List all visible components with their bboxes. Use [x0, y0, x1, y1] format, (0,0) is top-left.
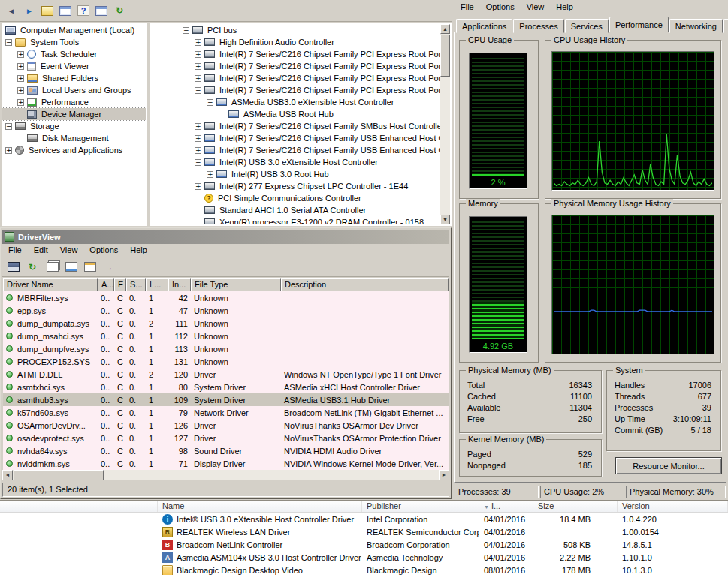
- expand-icon[interactable]: +: [17, 75, 24, 82]
- tab-services[interactable]: Services: [565, 19, 609, 33]
- tree-item-intel-r-7-series-c216-chipset-family-usb-enhanced-host-c[interactable]: +Intel(R) 7 Series/C216 Chipset Family U…: [151, 132, 440, 144]
- tree-item-pci-simple-communications-controller[interactable]: PCI Simple Communications Controller: [151, 192, 440, 204]
- tree-item-standard-ahci-1-0-serial-ata-controller[interactable]: Standard AHCI 1.0 Serial ATA Controller: [151, 204, 440, 216]
- collapse-icon[interactable]: −: [5, 123, 12, 130]
- driver-row-osadevprotect-sys[interactable]: osadevprotect.sys0..C0.1127DriverNoVirus…: [3, 432, 449, 444]
- expand-icon[interactable]: +: [5, 147, 12, 154]
- tree-item-intel-r-7-series-c216-chipset-family-pci-express-root-por[interactable]: +Intel(R) 7 Series/C216 Chipset Family P…: [151, 60, 440, 72]
- tree-item-shared-folders[interactable]: +Shared Folders: [2, 72, 146, 84]
- taskman-menu-view[interactable]: View: [521, 1, 551, 14]
- refresh-icon[interactable]: ↻: [26, 261, 38, 272]
- tree-item-intel-r-7-series-c216-chipset-family-smbus-host-controlle[interactable]: +Intel(R) 7 Series/C216 Chipset Family S…: [151, 120, 440, 132]
- collapse-icon[interactable]: −: [5, 39, 12, 46]
- column-header-name[interactable]: Name: [158, 501, 362, 512]
- tab-users[interactable]: Users: [723, 19, 728, 33]
- driver-row-nvlddmkm-sys[interactable]: nvlddmkm.sys0..C0.171Display DriverNVIDI…: [3, 457, 449, 470]
- tree-item-asmedia-usb-root-hub[interactable]: ASMedia USB Root Hub: [151, 108, 440, 120]
- collapse-icon[interactable]: −: [183, 27, 189, 34]
- driverview-titlebar[interactable]: DriverView: [2, 230, 449, 244]
- tree-item-task-scheduler[interactable]: +Task Scheduler: [2, 48, 146, 60]
- tree-item-system-tools[interactable]: −System Tools: [2, 36, 146, 48]
- driver-row-asmthub3-sys[interactable]: asmthub3.sys0..C0.1109System DriverASMed…: [3, 393, 449, 406]
- expand-icon[interactable]: +: [195, 39, 201, 46]
- save-icon[interactable]: [8, 262, 20, 272]
- tree-item-local-users-and-groups[interactable]: +Local Users and Groups: [2, 84, 146, 96]
- driverview-menu-file[interactable]: File: [2, 244, 28, 257]
- driver-row-asmtxhci-sys[interactable]: asmtxhci.sys0..C0.180System DriverASMedi…: [3, 381, 449, 393]
- expand-icon[interactable]: +: [17, 87, 24, 94]
- forward-icon[interactable]: ►: [23, 5, 35, 17]
- column-header-description[interactable]: Description: [281, 278, 449, 291]
- tree-item-disk-management[interactable]: Disk Management: [2, 132, 146, 144]
- driverview-menu-help[interactable]: Help: [124, 244, 153, 257]
- column-header-file-type[interactable]: File Type: [191, 278, 281, 291]
- program-row-broadcom-netlink-controller[interactable]: BBroadcom NetLink ControllerBroadcom Cor…: [0, 538, 728, 551]
- collapse-icon[interactable]: −: [195, 87, 201, 94]
- column-header-in[interactable]: In...: [168, 278, 191, 291]
- tab-applications[interactable]: Applications: [456, 19, 512, 33]
- expand-icon[interactable]: +: [195, 63, 201, 70]
- scroll-right-icon[interactable]: ►: [439, 470, 449, 480]
- scroll-up-icon[interactable]: ▲: [440, 24, 450, 34]
- copy-icon[interactable]: [47, 262, 59, 272]
- report-icon[interactable]: [84, 262, 96, 272]
- tree-item-intel-r-7-series-c216-chipset-family-usb-enhanced-host-c[interactable]: +Intel(R) 7 Series/C216 Chipset Family U…: [151, 144, 440, 156]
- export-list-icon[interactable]: [41, 6, 53, 16]
- tree-item-intel-r-7-series-c216-chipset-family-pci-express-root-por[interactable]: +Intel(R) 7 Series/C216 Chipset Family P…: [151, 48, 440, 60]
- tree-item-storage[interactable]: −Storage: [2, 120, 146, 132]
- exit-icon[interactable]: →: [103, 261, 115, 272]
- expand-icon[interactable]: +: [195, 75, 201, 82]
- column-header-e[interactable]: E: [114, 278, 126, 291]
- driverview-menu-edit[interactable]: Edit: [28, 244, 54, 257]
- driver-row-epp-sys[interactable]: epp.sys0..C0.147Unknown: [3, 304, 449, 317]
- show-window-icon[interactable]: [59, 6, 71, 16]
- tree-item-computer-management-local[interactable]: Computer Management (Local): [2, 24, 146, 36]
- tree-item-high-definition-audio-controller[interactable]: +High Definition Audio Controller: [151, 36, 440, 48]
- expand-icon[interactable]: +: [207, 171, 213, 178]
- tree-item-asmedia-usb3-0-extensible-host-controller[interactable]: −ASMedia USB3.0 eXtensible Host Controll…: [151, 96, 440, 108]
- tree-item-pci-bus[interactable]: −PCI bus: [151, 24, 440, 36]
- tab-performance[interactable]: Performance: [609, 17, 669, 32]
- column-header-driver-name[interactable]: Driver Name: [3, 278, 98, 291]
- tree-item-event-viewer[interactable]: +Event Viewer: [2, 60, 146, 72]
- column-header-a[interactable]: A...: [98, 278, 114, 291]
- resource-monitor-button[interactable]: Resource Monitor...: [615, 457, 722, 474]
- taskman-menu-help[interactable]: Help: [550, 1, 579, 14]
- driver-row-mbrfilter-sys[interactable]: MBRFilter.sys0..C0.142Unknown: [3, 291, 449, 304]
- tree-item-intel-r-7-series-c216-chipset-family-pci-express-root-por[interactable]: −Intel(R) 7 Series/C216 Chipset Family P…: [151, 84, 440, 96]
- scroll-thumb[interactable]: [440, 35, 450, 77]
- driver-row-osarmordevdrv[interactable]: OSArmorDevDrv...0..C0.1126DriverNoVirusT…: [3, 419, 449, 432]
- expand-icon[interactable]: +: [195, 123, 201, 130]
- column-header-size[interactable]: Size: [533, 501, 618, 512]
- expand-icon[interactable]: +: [195, 147, 201, 154]
- driverview-menu-options[interactable]: Options: [83, 244, 124, 257]
- program-row-asmedia-asm104x-usb-3-0-host-controller-driver[interactable]: AAsmedia ASM104x USB 3.0 Host Controller…: [0, 551, 728, 564]
- expand-icon[interactable]: +: [17, 51, 24, 58]
- column-header-publisher[interactable]: Publisher: [362, 501, 479, 512]
- driver-row-dump-dumpata-sys[interactable]: dump_dumpata.sys0..C0.2111Unknown: [3, 317, 449, 330]
- column-header-version[interactable]: Version: [618, 501, 728, 512]
- horizontal-scrollbar[interactable]: ◄ ►: [2, 470, 449, 480]
- expand-icon[interactable]: +: [195, 183, 201, 190]
- back-icon[interactable]: ◄: [5, 5, 17, 17]
- console-window-icon[interactable]: [95, 6, 107, 16]
- taskman-menu-options[interactable]: Options: [480, 1, 521, 14]
- program-row-blackmagic-design-desktop-video[interactable]: Blackmagic Design Desktop VideoBlackmagi…: [0, 564, 728, 575]
- help-icon[interactable]: ?: [77, 5, 89, 16]
- tree-item-performance[interactable]: +Performance: [2, 96, 146, 108]
- driver-row-procexp152-sys[interactable]: PROCEXP152.SYS0..C0.1131Unknown: [3, 355, 449, 368]
- column-header-l[interactable]: L...: [146, 278, 168, 291]
- driver-row-k57nd60a-sys[interactable]: k57nd60a.sys0..C0.179Network DriverBroad…: [3, 406, 449, 419]
- tab-processes[interactable]: Processes: [513, 19, 563, 33]
- column-header-blank[interactable]: [0, 501, 158, 512]
- tree-item-intel-r-277-express-chipset-lpc-controller-1e44[interactable]: +Intel(R) 277 Express Chipset LPC Contro…: [151, 180, 440, 192]
- expand-icon[interactable]: +: [195, 51, 201, 58]
- column-header-i[interactable]: ▼I...: [479, 501, 533, 512]
- program-row-realtek-wireless-lan-driver[interactable]: RREALTEK Wireless LAN DriverREALTEK Semi…: [0, 525, 728, 538]
- program-row-intel-usb-3-0-extensible-host-controller-driver[interactable]: iIntel® USB 3.0 eXtensible Host Controll…: [0, 513, 728, 525]
- expand-icon[interactable]: +: [17, 99, 24, 106]
- column-header-s[interactable]: S...: [126, 278, 146, 291]
- driverview-menu-view[interactable]: View: [54, 244, 84, 257]
- properties-icon[interactable]: [65, 262, 77, 272]
- tree-item-device-manager[interactable]: Device Manager: [2, 108, 146, 120]
